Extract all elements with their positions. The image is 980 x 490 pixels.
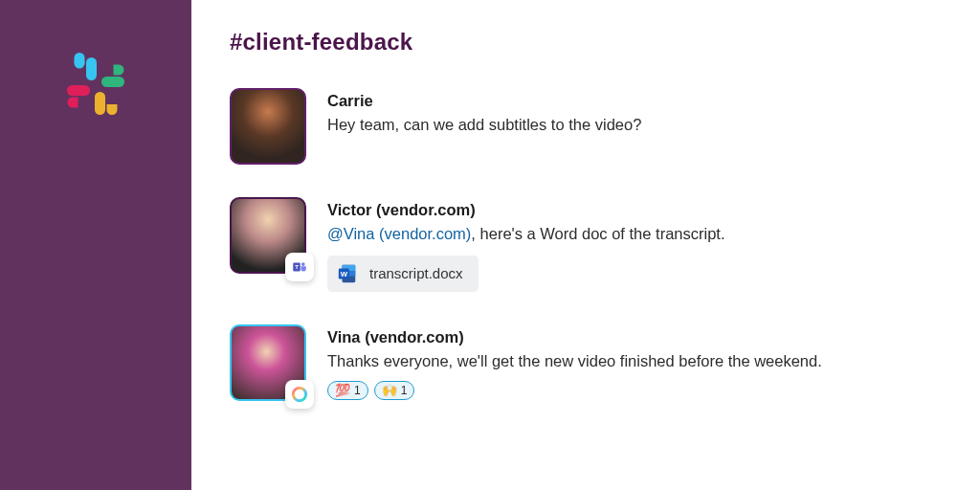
- raised-hands-emoji-icon: 🙌: [382, 384, 397, 396]
- svg-text:W: W: [341, 270, 348, 278]
- svg-rect-2: [101, 77, 124, 87]
- svg-rect-3: [95, 92, 105, 115]
- attachment-filename: transcript.docx: [369, 265, 463, 281]
- message-item: Carrie Hey team, can we add subtitles to…: [230, 88, 942, 165]
- message-text: Thanks everyone, we'll get the new video…: [327, 350, 822, 373]
- reaction-button[interactable]: 💯 1: [327, 381, 368, 400]
- file-attachment[interactable]: W transcript.docx: [327, 256, 479, 292]
- avatar-image: [230, 88, 306, 165]
- message-username[interactable]: Victor (vendor.com): [327, 201, 725, 219]
- message-username[interactable]: Vina (vendor.com): [327, 328, 822, 346]
- message-text: Hey team, can we add subtitles to the vi…: [327, 114, 641, 137]
- mention-link[interactable]: @Vina (vendor.com): [327, 225, 471, 242]
- message-text-part: , here's a Word doc of the transcript.: [471, 225, 724, 242]
- reaction-row: 💯 1 🙌 1: [327, 381, 822, 400]
- channel-name[interactable]: #client-feedback: [230, 29, 942, 56]
- message-item: T Victor (vendor.com) @Vina (vendor.com)…: [230, 197, 942, 292]
- svg-point-13: [293, 388, 305, 400]
- svg-rect-4: [67, 85, 90, 96]
- sidebar: [0, 0, 191, 490]
- avatar[interactable]: [230, 88, 306, 165]
- hundred-emoji-icon: 💯: [335, 384, 350, 396]
- svg-rect-0: [86, 57, 97, 80]
- message-item: Vina (vendor.com) Thanks everyone, we'll…: [230, 324, 942, 401]
- message-text: @Vina (vendor.com), here's a Word doc of…: [327, 223, 725, 246]
- reaction-count: 1: [401, 384, 408, 397]
- teams-icon: T: [285, 253, 314, 281]
- word-icon: W: [337, 263, 358, 284]
- avatar[interactable]: [230, 324, 306, 401]
- svg-point-7: [301, 262, 305, 266]
- message-username[interactable]: Carrie: [327, 92, 641, 110]
- svg-text:T: T: [295, 264, 299, 270]
- slack-logo-icon: [62, 53, 129, 120]
- avatar[interactable]: T: [230, 197, 306, 274]
- reaction-count: 1: [354, 384, 361, 397]
- rainbow-circle-icon: [285, 380, 314, 409]
- reaction-button[interactable]: 🙌 1: [374, 381, 415, 400]
- channel-content: #client-feedback Carrie Hey team, can we…: [191, 0, 980, 490]
